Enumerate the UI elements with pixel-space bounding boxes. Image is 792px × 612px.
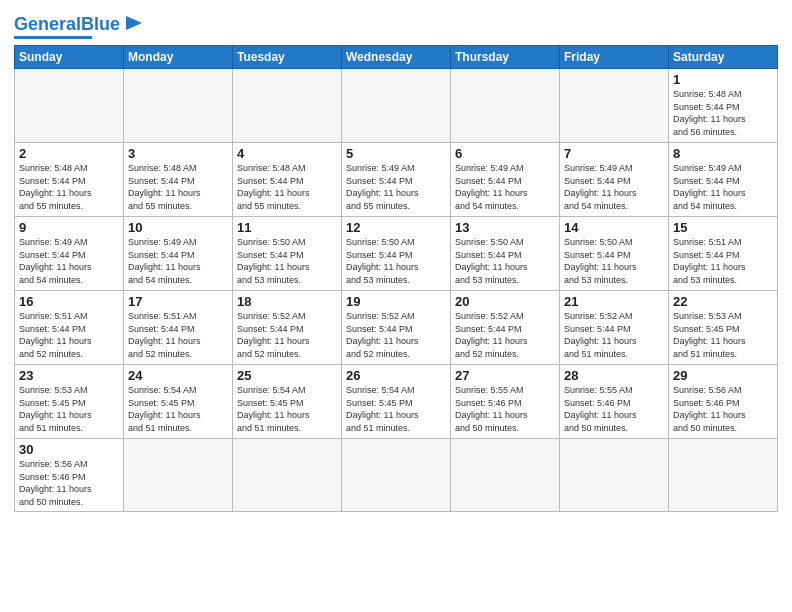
table-row: 19Sunrise: 5:52 AM Sunset: 5:44 PM Dayli… bbox=[342, 291, 451, 365]
table-row: 23Sunrise: 5:53 AM Sunset: 5:45 PM Dayli… bbox=[15, 365, 124, 439]
day-info: Sunrise: 5:54 AM Sunset: 5:45 PM Dayligh… bbox=[237, 384, 337, 434]
day-info: Sunrise: 5:52 AM Sunset: 5:44 PM Dayligh… bbox=[564, 310, 664, 360]
day-info: Sunrise: 5:52 AM Sunset: 5:44 PM Dayligh… bbox=[455, 310, 555, 360]
table-row bbox=[560, 69, 669, 143]
table-row: 27Sunrise: 5:55 AM Sunset: 5:46 PM Dayli… bbox=[451, 365, 560, 439]
day-number: 2 bbox=[19, 146, 119, 161]
day-number: 6 bbox=[455, 146, 555, 161]
calendar-week-row: 9Sunrise: 5:49 AM Sunset: 5:44 PM Daylig… bbox=[15, 217, 778, 291]
day-number: 20 bbox=[455, 294, 555, 309]
table-row: 15Sunrise: 5:51 AM Sunset: 5:44 PM Dayli… bbox=[669, 217, 778, 291]
table-row bbox=[233, 69, 342, 143]
day-info: Sunrise: 5:49 AM Sunset: 5:44 PM Dayligh… bbox=[19, 236, 119, 286]
calendar-table: Sunday Monday Tuesday Wednesday Thursday… bbox=[14, 45, 778, 512]
table-row: 30Sunrise: 5:56 AM Sunset: 5:46 PM Dayli… bbox=[15, 439, 124, 512]
calendar-week-row: 30Sunrise: 5:56 AM Sunset: 5:46 PM Dayli… bbox=[15, 439, 778, 512]
table-row: 24Sunrise: 5:54 AM Sunset: 5:45 PM Dayli… bbox=[124, 365, 233, 439]
table-row: 4Sunrise: 5:48 AM Sunset: 5:44 PM Daylig… bbox=[233, 143, 342, 217]
table-row bbox=[451, 69, 560, 143]
day-number: 11 bbox=[237, 220, 337, 235]
table-row: 17Sunrise: 5:51 AM Sunset: 5:44 PM Dayli… bbox=[124, 291, 233, 365]
day-number: 1 bbox=[673, 72, 773, 87]
table-row: 20Sunrise: 5:52 AM Sunset: 5:44 PM Dayli… bbox=[451, 291, 560, 365]
day-info: Sunrise: 5:48 AM Sunset: 5:44 PM Dayligh… bbox=[673, 88, 773, 138]
day-info: Sunrise: 5:49 AM Sunset: 5:44 PM Dayligh… bbox=[673, 162, 773, 212]
day-number: 26 bbox=[346, 368, 446, 383]
day-info: Sunrise: 5:48 AM Sunset: 5:44 PM Dayligh… bbox=[128, 162, 228, 212]
table-row bbox=[451, 439, 560, 512]
day-number: 14 bbox=[564, 220, 664, 235]
logo-general: General bbox=[14, 14, 81, 34]
day-number: 27 bbox=[455, 368, 555, 383]
day-number: 21 bbox=[564, 294, 664, 309]
table-row: 9Sunrise: 5:49 AM Sunset: 5:44 PM Daylig… bbox=[15, 217, 124, 291]
table-row: 28Sunrise: 5:55 AM Sunset: 5:46 PM Dayli… bbox=[560, 365, 669, 439]
calendar-header-row: Sunday Monday Tuesday Wednesday Thursday… bbox=[15, 46, 778, 69]
day-info: Sunrise: 5:49 AM Sunset: 5:44 PM Dayligh… bbox=[128, 236, 228, 286]
day-info: Sunrise: 5:51 AM Sunset: 5:44 PM Dayligh… bbox=[19, 310, 119, 360]
logo: GeneralBlue bbox=[14, 14, 144, 39]
day-info: Sunrise: 5:50 AM Sunset: 5:44 PM Dayligh… bbox=[455, 236, 555, 286]
col-wednesday: Wednesday bbox=[342, 46, 451, 69]
calendar-week-row: 16Sunrise: 5:51 AM Sunset: 5:44 PM Dayli… bbox=[15, 291, 778, 365]
table-row bbox=[669, 439, 778, 512]
table-row: 6Sunrise: 5:49 AM Sunset: 5:44 PM Daylig… bbox=[451, 143, 560, 217]
table-row: 8Sunrise: 5:49 AM Sunset: 5:44 PM Daylig… bbox=[669, 143, 778, 217]
table-row bbox=[124, 69, 233, 143]
logo-icon bbox=[122, 12, 144, 34]
table-row bbox=[342, 69, 451, 143]
day-info: Sunrise: 5:56 AM Sunset: 5:46 PM Dayligh… bbox=[673, 384, 773, 434]
table-row bbox=[15, 69, 124, 143]
logo-underline bbox=[14, 36, 92, 39]
day-info: Sunrise: 5:53 AM Sunset: 5:45 PM Dayligh… bbox=[673, 310, 773, 360]
day-number: 28 bbox=[564, 368, 664, 383]
logo-blue: Blue bbox=[81, 14, 120, 34]
day-number: 8 bbox=[673, 146, 773, 161]
table-row: 16Sunrise: 5:51 AM Sunset: 5:44 PM Dayli… bbox=[15, 291, 124, 365]
day-info: Sunrise: 5:55 AM Sunset: 5:46 PM Dayligh… bbox=[564, 384, 664, 434]
page: GeneralBlue Sunday Monday Tuesday Wednes… bbox=[0, 0, 792, 612]
table-row bbox=[342, 439, 451, 512]
day-number: 24 bbox=[128, 368, 228, 383]
table-row: 13Sunrise: 5:50 AM Sunset: 5:44 PM Dayli… bbox=[451, 217, 560, 291]
col-thursday: Thursday bbox=[451, 46, 560, 69]
day-number: 22 bbox=[673, 294, 773, 309]
day-number: 30 bbox=[19, 442, 119, 457]
day-number: 19 bbox=[346, 294, 446, 309]
table-row bbox=[124, 439, 233, 512]
table-row: 21Sunrise: 5:52 AM Sunset: 5:44 PM Dayli… bbox=[560, 291, 669, 365]
day-info: Sunrise: 5:56 AM Sunset: 5:46 PM Dayligh… bbox=[19, 458, 119, 508]
day-info: Sunrise: 5:48 AM Sunset: 5:44 PM Dayligh… bbox=[19, 162, 119, 212]
day-info: Sunrise: 5:49 AM Sunset: 5:44 PM Dayligh… bbox=[346, 162, 446, 212]
table-row: 25Sunrise: 5:54 AM Sunset: 5:45 PM Dayli… bbox=[233, 365, 342, 439]
day-info: Sunrise: 5:54 AM Sunset: 5:45 PM Dayligh… bbox=[346, 384, 446, 434]
day-number: 17 bbox=[128, 294, 228, 309]
calendar-week-row: 2Sunrise: 5:48 AM Sunset: 5:44 PM Daylig… bbox=[15, 143, 778, 217]
table-row: 14Sunrise: 5:50 AM Sunset: 5:44 PM Dayli… bbox=[560, 217, 669, 291]
table-row: 22Sunrise: 5:53 AM Sunset: 5:45 PM Dayli… bbox=[669, 291, 778, 365]
header: GeneralBlue bbox=[14, 10, 778, 39]
day-number: 10 bbox=[128, 220, 228, 235]
day-info: Sunrise: 5:50 AM Sunset: 5:44 PM Dayligh… bbox=[346, 236, 446, 286]
col-friday: Friday bbox=[560, 46, 669, 69]
day-number: 4 bbox=[237, 146, 337, 161]
table-row: 7Sunrise: 5:49 AM Sunset: 5:44 PM Daylig… bbox=[560, 143, 669, 217]
day-number: 23 bbox=[19, 368, 119, 383]
table-row bbox=[560, 439, 669, 512]
day-info: Sunrise: 5:50 AM Sunset: 5:44 PM Dayligh… bbox=[237, 236, 337, 286]
day-info: Sunrise: 5:50 AM Sunset: 5:44 PM Dayligh… bbox=[564, 236, 664, 286]
calendar-week-row: 1Sunrise: 5:48 AM Sunset: 5:44 PM Daylig… bbox=[15, 69, 778, 143]
table-row: 5Sunrise: 5:49 AM Sunset: 5:44 PM Daylig… bbox=[342, 143, 451, 217]
day-number: 18 bbox=[237, 294, 337, 309]
day-info: Sunrise: 5:52 AM Sunset: 5:44 PM Dayligh… bbox=[346, 310, 446, 360]
table-row: 18Sunrise: 5:52 AM Sunset: 5:44 PM Dayli… bbox=[233, 291, 342, 365]
table-row: 1Sunrise: 5:48 AM Sunset: 5:44 PM Daylig… bbox=[669, 69, 778, 143]
day-info: Sunrise: 5:55 AM Sunset: 5:46 PM Dayligh… bbox=[455, 384, 555, 434]
day-number: 16 bbox=[19, 294, 119, 309]
day-number: 25 bbox=[237, 368, 337, 383]
day-info: Sunrise: 5:51 AM Sunset: 5:44 PM Dayligh… bbox=[673, 236, 773, 286]
col-tuesday: Tuesday bbox=[233, 46, 342, 69]
day-number: 15 bbox=[673, 220, 773, 235]
calendar-week-row: 23Sunrise: 5:53 AM Sunset: 5:45 PM Dayli… bbox=[15, 365, 778, 439]
table-row: 2Sunrise: 5:48 AM Sunset: 5:44 PM Daylig… bbox=[15, 143, 124, 217]
